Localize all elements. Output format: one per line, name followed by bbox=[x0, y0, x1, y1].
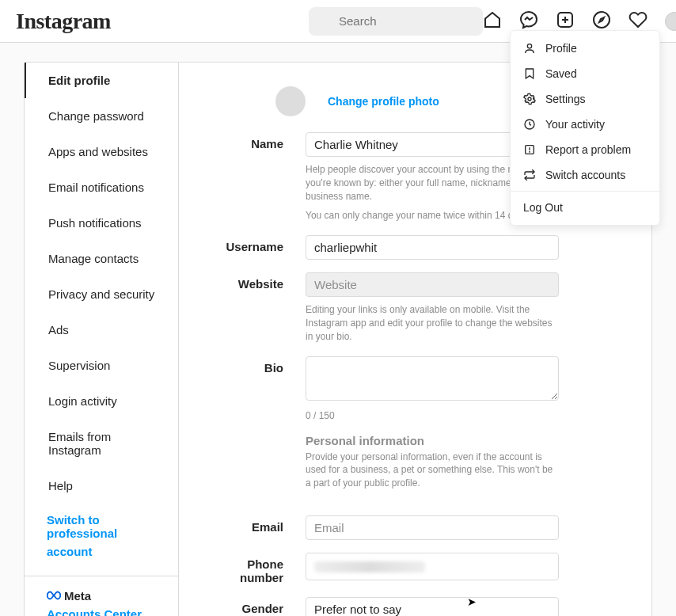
label-gender: Gender bbox=[203, 597, 306, 615]
infinity-icon bbox=[47, 589, 61, 603]
home-icon[interactable] bbox=[483, 10, 502, 32]
profile-dropdown: Profile Saved Settings Your activity Rep… bbox=[510, 30, 660, 226]
dropdown-item-label: Log Out bbox=[523, 201, 563, 214]
activity-heart-icon[interactable] bbox=[629, 10, 648, 32]
sidebar-item-ads[interactable]: Ads bbox=[25, 312, 178, 348]
person-icon bbox=[523, 42, 536, 55]
meta-logo: Meta bbox=[47, 589, 156, 603]
report-icon bbox=[523, 143, 536, 156]
bio-textarea[interactable] bbox=[306, 356, 559, 401]
sidebar-item-manage-contacts[interactable]: Manage contacts bbox=[25, 241, 178, 276]
sidebar-item-login-activity[interactable]: Login activity bbox=[25, 383, 178, 419]
sidebar-item-email-notifications[interactable]: Email notifications bbox=[25, 169, 178, 205]
dropdown-item-label: Profile bbox=[545, 42, 577, 55]
settings-sidebar: Edit profile Change password Apps and we… bbox=[25, 63, 179, 616]
dropdown-saved[interactable]: Saved bbox=[511, 61, 659, 86]
instagram-logo[interactable]: Instagram bbox=[16, 9, 111, 34]
svg-marker-6 bbox=[599, 17, 604, 22]
dropdown-switch[interactable]: Switch accounts bbox=[511, 162, 659, 188]
explore-icon[interactable] bbox=[592, 10, 611, 32]
help-website: Editing your links is only available on … bbox=[306, 303, 559, 343]
sidebar-item-supervision[interactable]: Supervision bbox=[25, 348, 178, 383]
dropdown-item-label: Settings bbox=[545, 93, 586, 105]
svg-point-5 bbox=[594, 12, 610, 28]
dropdown-logout[interactable]: Log Out bbox=[511, 195, 659, 220]
profile-avatar-icon[interactable] bbox=[665, 12, 676, 31]
label-username: Username bbox=[203, 235, 306, 253]
sidebar-item-emails-from-ig[interactable]: Emails from Instagram bbox=[25, 419, 178, 468]
label-phone: Phone number bbox=[203, 553, 306, 584]
website-input bbox=[306, 272, 559, 297]
gear-icon bbox=[523, 93, 536, 105]
meta-brand-text: Meta bbox=[64, 589, 91, 603]
email-input[interactable] bbox=[306, 515, 559, 540]
bio-counter: 0 / 150 bbox=[306, 410, 559, 421]
profile-photo-icon[interactable] bbox=[275, 86, 306, 116]
clock-icon bbox=[523, 118, 536, 131]
dropdown-item-label: Switch accounts bbox=[545, 169, 625, 181]
personal-info-head: Personal information bbox=[306, 434, 559, 447]
messenger-icon[interactable] bbox=[519, 10, 538, 32]
dropdown-your-activity[interactable]: Your activity bbox=[511, 112, 659, 137]
sidebar-item-edit-profile[interactable]: Edit profile bbox=[25, 63, 178, 98]
switch-professional-link[interactable]: Switch to professional bbox=[25, 504, 178, 545]
dropdown-item-label: Your activity bbox=[545, 118, 605, 131]
sidebar-item-privacy[interactable]: Privacy and security bbox=[25, 276, 178, 312]
label-website: Website bbox=[203, 272, 306, 291]
username-input[interactable] bbox=[306, 235, 559, 260]
sidebar-item-apps[interactable]: Apps and websites bbox=[25, 134, 178, 169]
dropdown-item-label: Saved bbox=[545, 67, 577, 80]
redacted-value bbox=[314, 561, 425, 572]
svg-point-8 bbox=[528, 97, 531, 101]
new-post-icon[interactable] bbox=[556, 10, 575, 32]
nav-icons bbox=[483, 10, 676, 32]
switch-icon bbox=[523, 169, 536, 181]
svg-point-7 bbox=[527, 44, 531, 48]
sidebar-item-help[interactable]: Help bbox=[25, 468, 178, 504]
bookmark-icon bbox=[523, 67, 536, 80]
sidebar-item-push-notifications[interactable]: Push notifications bbox=[25, 205, 178, 241]
accounts-center-link[interactable]: Accounts Center bbox=[47, 607, 156, 616]
dropdown-report[interactable]: Report a problem bbox=[511, 137, 659, 162]
dropdown-profile[interactable]: Profile bbox=[511, 36, 659, 61]
label-bio: Bio bbox=[203, 356, 306, 375]
gender-input[interactable] bbox=[306, 597, 559, 616]
dropdown-item-label: Report a problem bbox=[545, 143, 631, 156]
phone-input[interactable] bbox=[306, 553, 559, 580]
search-input[interactable] bbox=[309, 7, 483, 36]
spacer bbox=[203, 434, 306, 439]
label-email: Email bbox=[203, 515, 306, 534]
svg-point-12 bbox=[530, 151, 530, 152]
switch-professional-link[interactable]: account bbox=[25, 545, 178, 569]
personal-info-sub: Provide your personal information, even … bbox=[306, 451, 559, 490]
meta-block: Meta Accounts Center Control settings fo… bbox=[25, 576, 178, 616]
change-profile-photo-link[interactable]: Change profile photo bbox=[328, 95, 439, 108]
dropdown-settings[interactable]: Settings bbox=[511, 86, 659, 112]
label-name: Name bbox=[203, 132, 306, 150]
divider bbox=[511, 191, 659, 192]
search-wrap bbox=[309, 7, 483, 36]
sidebar-item-change-password[interactable]: Change password bbox=[25, 98, 178, 134]
